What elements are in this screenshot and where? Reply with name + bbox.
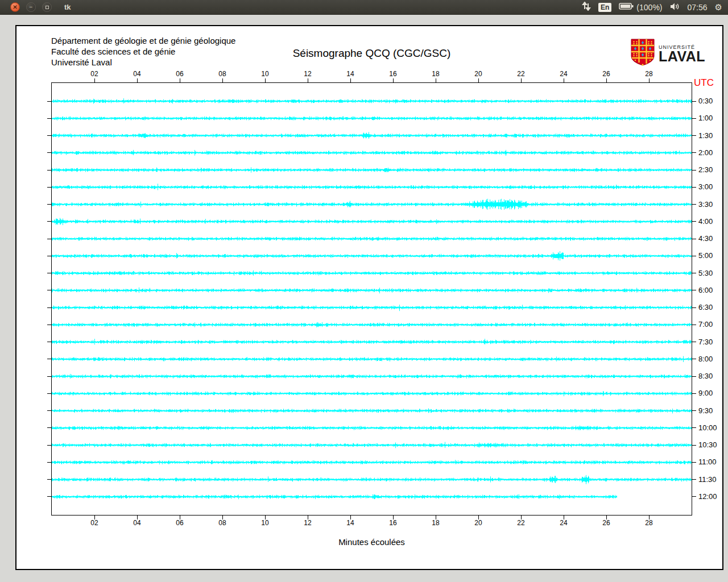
x-tick-label-top: 16 [389, 70, 396, 78]
row-tick-left [47, 307, 51, 308]
row-tick-right [692, 479, 696, 480]
x-tick-label-top: 10 [261, 70, 268, 78]
utc-row-label: 5:00 [698, 251, 713, 260]
row-tick-right [692, 135, 696, 136]
utc-row-label: 9:30 [698, 406, 713, 415]
utc-row-label: 3:00 [698, 182, 713, 191]
x-tick-label-top: 18 [432, 70, 439, 78]
x-tick-top [308, 78, 308, 82]
row-tick-left [47, 135, 51, 136]
row-tick-left [47, 359, 51, 359]
utc-row-label: 2:00 [698, 148, 713, 157]
desktop-top-bar: ✕ − tk En (100%) 07:56 ⚙ [0, 0, 728, 15]
row-tick-right [692, 101, 696, 102]
chart-title: Séismographe QCQ (CGC/GSC) [51, 47, 692, 60]
x-tick-label-bottom: 20 [474, 519, 482, 527]
x-tick-top [350, 78, 351, 82]
row-tick-left [47, 427, 51, 428]
utc-row-label: 4:30 [698, 234, 713, 243]
x-tick-label-bottom: 10 [261, 519, 268, 527]
x-tick-label-top: 02 [90, 70, 98, 78]
row-tick-right [692, 307, 696, 308]
x-tick-label-bottom: 22 [517, 519, 524, 527]
volume-icon[interactable] [670, 2, 680, 13]
row-tick-left [47, 410, 51, 411]
utc-row-label: 9:00 [698, 389, 713, 397]
x-tick-label-top: 26 [602, 70, 610, 78]
window-title: tk [64, 3, 71, 11]
row-tick-right [692, 256, 696, 256]
utc-row-label: 8:30 [698, 372, 713, 380]
utc-row-label: 2:30 [698, 165, 713, 174]
row-tick-left [47, 342, 51, 342]
row-tick-left [47, 325, 51, 325]
close-button[interactable]: ✕ [10, 2, 20, 12]
utc-row-label: 6:30 [698, 303, 713, 311]
utc-row-label: 10:00 [698, 423, 717, 432]
x-tick-top [606, 78, 607, 82]
x-tick-top [478, 78, 479, 82]
sync-arrows-icon[interactable] [582, 2, 591, 13]
battery-icon[interactable] [619, 2, 634, 12]
utc-row-label: 0:30 [698, 97, 713, 105]
row-tick-right [692, 410, 696, 411]
row-tick-right [692, 221, 696, 222]
x-tick-label-top: 08 [218, 70, 226, 78]
x-tick-top [222, 78, 223, 82]
row-tick-left [47, 479, 51, 480]
row-tick-right [692, 359, 696, 359]
row-tick-right [692, 445, 696, 446]
utc-row-label: 7:30 [698, 338, 713, 346]
row-tick-right [692, 273, 696, 273]
row-tick-right [692, 118, 696, 119]
row-tick-right [692, 187, 696, 188]
row-tick-left [47, 290, 51, 290]
row-tick-right [692, 462, 696, 463]
x-tick-top [436, 78, 436, 82]
keyboard-layout-indicator[interactable]: En [598, 3, 611, 12]
x-tick-label-bottom: 16 [389, 519, 396, 527]
row-tick-right [692, 204, 696, 205]
row-tick-right [692, 427, 696, 428]
row-tick-left [47, 496, 51, 497]
utc-label: UTC [694, 77, 714, 89]
laval-shield-icon [631, 39, 655, 68]
x-tick-top [393, 78, 394, 82]
utc-row-label: 1:00 [698, 114, 713, 122]
x-tick-label-bottom: 12 [304, 519, 311, 527]
x-tick-label-bottom: 14 [346, 519, 354, 527]
row-tick-left [47, 118, 51, 119]
utc-row-label: 8:00 [698, 355, 713, 363]
x-tick-label-bottom: 24 [560, 519, 567, 527]
x-tick-top [137, 78, 138, 82]
clock[interactable]: 07:56 [688, 3, 708, 12]
minimize-button[interactable]: − [26, 2, 36, 12]
battery-percentage: (100%) [636, 3, 662, 12]
session-gear-icon[interactable]: ⚙ [715, 2, 722, 13]
utc-row-label: 5:30 [698, 269, 713, 277]
maximize-button[interactable] [42, 2, 52, 12]
seismogram-plot [51, 82, 692, 516]
x-tick-label-top: 04 [133, 70, 140, 78]
x-tick-label-top: 24 [560, 70, 567, 78]
row-tick-left [47, 170, 51, 171]
row-tick-left [47, 187, 51, 188]
row-tick-right [692, 290, 696, 290]
row-tick-right [692, 325, 696, 325]
row-tick-left [47, 376, 51, 377]
x-tick-label-bottom: 28 [645, 519, 652, 527]
utc-row-label: 6:00 [698, 286, 713, 294]
row-tick-left [47, 239, 51, 239]
utc-row-label: 10:30 [698, 440, 717, 449]
x-tick-label-bottom: 26 [602, 519, 610, 527]
utc-row-label: 12:00 [698, 492, 717, 501]
row-tick-left [47, 273, 51, 273]
x-tick-label-bottom: 02 [90, 519, 98, 527]
x-tick-label-bottom: 08 [218, 519, 226, 527]
row-tick-right [692, 152, 696, 153]
row-tick-left [47, 256, 51, 256]
row-tick-left [47, 221, 51, 222]
maximize-icon [46, 6, 49, 9]
system-tray: En (100%) 07:56 ⚙ [582, 2, 728, 13]
logo-text-laval: LAVAL [659, 50, 705, 63]
